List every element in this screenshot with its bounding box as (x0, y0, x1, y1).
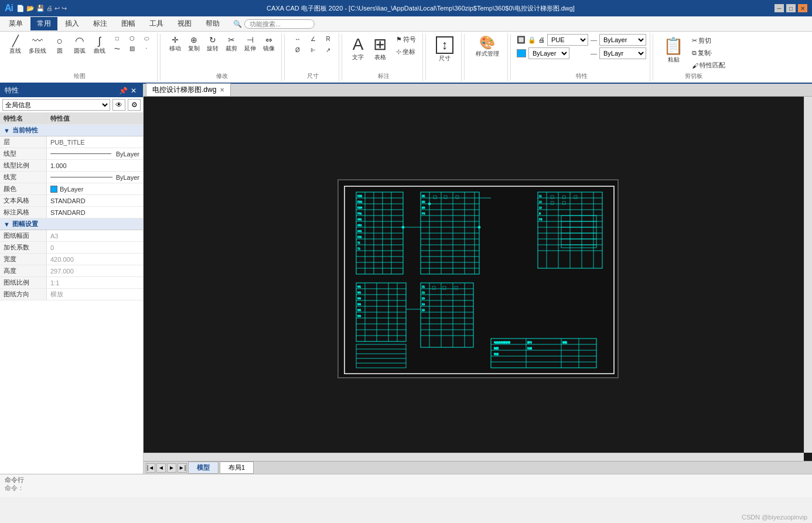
props-scope-select[interactable]: 全局信息 (2, 99, 110, 111)
line-tool[interactable]: ╱ 直线 (6, 34, 25, 57)
trim-tool[interactable]: ✂ 裁剪 (223, 34, 240, 54)
style-manager-icon: 🎨 (479, 36, 495, 49)
text-tool[interactable]: A 文字 (348, 34, 368, 64)
copy-button[interactable]: ⧉ 复制· (689, 47, 728, 59)
spline-tool[interactable]: 〜 (110, 44, 124, 54)
menu-item-annotation[interactable]: 标注 (87, 17, 114, 30)
doc-tab-close-icon[interactable]: ✕ (220, 87, 224, 93)
coord-icon: ⊹ (396, 48, 401, 56)
titlebar-left: Ai 📄 📂 💾 🖨 ↩ ↪ (5, 3, 67, 13)
dim-leader[interactable]: ↗ (321, 45, 335, 55)
close-button[interactable]: ✕ (798, 4, 807, 12)
color-row: ByLayer (517, 47, 588, 59)
mirror-tool[interactable]: ⇔ 镜像 (260, 34, 278, 54)
ribbon-group-annotation: A 文字 ⊞ 表格 ⚑ 符号 ⊹ 坐标 标注 (344, 33, 423, 81)
linewidth-select[interactable]: ByLayr (599, 47, 646, 59)
dim-linear[interactable]: ↔ (291, 34, 305, 44)
new-icon[interactable]: 📄 (16, 5, 25, 12)
menu-item-tools[interactable]: 工具 (143, 17, 170, 30)
nav-last-button[interactable]: ►| (178, 463, 187, 473)
cmd-input[interactable] (5, 484, 807, 491)
undo-icon[interactable]: ↩ (54, 5, 60, 12)
dim-baseline[interactable]: ⊩ (306, 45, 320, 55)
menu-item-view[interactable]: 视图 (171, 17, 198, 30)
section-expand-icon[interactable]: ▼ (4, 127, 10, 134)
table-tool[interactable]: ⊞ 表格 (369, 34, 391, 64)
coord-tool[interactable]: ⊹ 坐标 (393, 46, 419, 57)
ribbon-group-dimension: ↔ ∠ R Ø ⊩ ↗ 尺寸 (287, 33, 339, 81)
dim-leader-icon: ↗ (326, 47, 330, 53)
window-controls: ─ □ ✕ (775, 4, 807, 12)
svg-text:KM1: KM1 (357, 194, 363, 197)
dim-angle-icon: ∠ (311, 36, 316, 42)
paste-icon: 📋 (663, 36, 684, 56)
nav-first-button[interactable]: |◄ (146, 463, 155, 473)
ellipse-tool[interactable]: ⬭ (139, 34, 153, 43)
layer-print-icon: 🖨 (538, 36, 545, 43)
color-dot (50, 186, 57, 193)
tab-model[interactable]: 模型 (188, 462, 219, 474)
size-tool[interactable]: ↕ 尺寸 (432, 34, 458, 65)
symbol-tool[interactable]: ⚑ 符号 (393, 34, 419, 45)
props-close-button[interactable]: ✕ (129, 86, 138, 95)
layer-select[interactable]: PUE (547, 34, 588, 46)
save-icon[interactable]: 💾 (36, 5, 45, 12)
dim-angle[interactable]: ∠ (306, 34, 320, 44)
maximize-button[interactable]: □ (786, 4, 796, 12)
open-icon[interactable]: 📂 (26, 5, 35, 12)
search-input[interactable] (244, 19, 315, 29)
rect-tool[interactable]: □ (110, 34, 124, 43)
menu-item-home[interactable]: 常用 (30, 17, 57, 30)
cut-button[interactable]: ✂ 剪切 (689, 35, 728, 46)
props-pin-button[interactable]: 📌 (118, 86, 128, 95)
props-settings-button[interactable]: ⚙ (128, 99, 141, 111)
menu-item-sheet[interactable]: 图幅 (115, 17, 142, 30)
paste-button[interactable]: 📋 粘贴 (659, 34, 688, 66)
nav-prev-button[interactable]: ◄ (156, 463, 166, 473)
polyline-tool[interactable]: 〰 多段线 (26, 34, 49, 57)
size-tools: ↕ 尺寸 (432, 34, 458, 79)
redo-icon[interactable]: ↪ (62, 5, 67, 12)
color-select[interactable]: ByLayer (528, 47, 569, 59)
props-row-linescale: 线型比例 1.000 (0, 160, 143, 172)
point-tool[interactable]: · (139, 44, 153, 54)
style-manager-tool[interactable]: 🎨 样式管理 (472, 34, 503, 60)
svg-text:SB1: SB1 (357, 218, 362, 221)
circle-tool[interactable]: ○ 圆 (50, 34, 69, 57)
copy-draw-tool[interactable]: ⊕ 复制 (185, 34, 203, 54)
dim-radius[interactable]: R (321, 34, 335, 44)
ribbon-group-props: 🔲 🔒 🖨 PUE ByLayer — (513, 33, 650, 81)
hatch-tool[interactable]: ▨ (125, 44, 139, 54)
polygon-tool[interactable]: ⬡ (125, 34, 139, 43)
dim-diameter[interactable]: Ø (291, 45, 305, 55)
menu-item-insert[interactable]: 插入 (59, 17, 86, 30)
search-icon: 🔍 (233, 20, 242, 28)
doc-tab-main[interactable]: 电控设计梯形图.dwg ✕ (146, 83, 231, 96)
section-sheet-expand-icon[interactable]: ▼ (4, 221, 10, 228)
arc-tool[interactable]: ◠ 圆弧 (70, 34, 89, 57)
nav-next-button[interactable]: ► (167, 463, 176, 473)
svg-text:L1: L1 (539, 194, 542, 197)
match-prop-button[interactable]: 🖌 特性匹配 (689, 60, 728, 71)
horizontal-scrollbar[interactable] (144, 453, 804, 461)
drawing-canvas[interactable]: KM1 KM2 KM3 FR1 SB1 SB2 SA1 KA1 T1 T2 (337, 179, 619, 378)
menu-item-file[interactable]: 菜单 (2, 17, 29, 30)
rotate-tool[interactable]: ↻ 旋转 (204, 34, 221, 54)
canvas-area[interactable]: KM1 KM2 KM3 FR1 SB1 SB2 SA1 KA1 T1 T2 (144, 97, 812, 461)
minimize-button[interactable]: ─ (775, 4, 784, 12)
copy-draw-icon: ⊕ (190, 36, 197, 44)
menu-item-help[interactable]: 帮助 (199, 17, 226, 30)
ribbon-group-size: ↕ 尺寸 (428, 33, 462, 81)
extend-tool[interactable]: ⊣ 延伸 (241, 34, 259, 54)
ribbon-sep-4 (425, 34, 426, 80)
props-eye-button[interactable]: 👁 (112, 99, 125, 111)
print-icon[interactable]: 🖨 (46, 5, 53, 12)
hatch-icon: ▨ (129, 45, 135, 52)
curve-tool[interactable]: ∫ 曲线 (90, 34, 109, 57)
vertical-scrollbar[interactable] (804, 97, 812, 453)
tab-layout1[interactable]: 布局1 (220, 462, 254, 474)
svg-text:T1: T1 (357, 241, 360, 244)
linestyle-select[interactable]: ByLayer (599, 34, 646, 46)
move-tool[interactable]: ✛ 移动 (166, 34, 184, 54)
anno-tools: A 文字 ⊞ 表格 ⚑ 符号 ⊹ 坐标 (348, 34, 419, 71)
